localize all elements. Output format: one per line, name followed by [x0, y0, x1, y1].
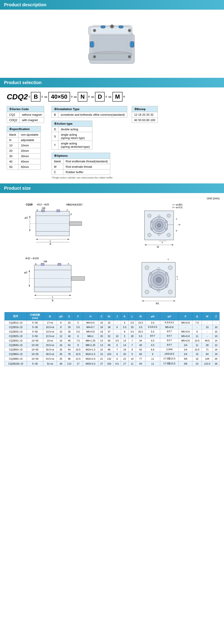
spec-20-desc: 20mm: [18, 148, 41, 154]
action-d-code: D: [52, 127, 58, 132]
model-code-display: CDQ2 ① B ② – 40×50 ③ – N ④ – D ⑤ – M ⑥: [7, 92, 217, 102]
col-c: C: [98, 312, 105, 320]
table-row: CDQ2 with magnet: [7, 118, 44, 123]
cell-K: 14: [121, 343, 129, 347]
cell-H: M5×0.8: [83, 330, 98, 334]
svg-marker-136: [142, 300, 144, 302]
cell-t1: 132: [105, 356, 113, 361]
series-code-cdq2: CDQ2: [7, 118, 20, 123]
svg-text:B: B: [52, 299, 53, 302]
cell-P: -: [179, 325, 192, 330]
cell-B: 18.5+st: [43, 325, 57, 330]
cell-O: 9⑦7: [160, 330, 179, 334]
table-row: D double acting: [52, 127, 92, 132]
cell-P: 3/8: [179, 356, 192, 361]
svg-text:Z: Z: [177, 276, 178, 278]
install-b-code: B: [52, 112, 58, 118]
cell-C: 27: [98, 361, 105, 366]
cell-P: 1/4: [179, 347, 192, 352]
diagram-small-side: CQ2B Φ12～Φ25 H螺纹有效深度C 2-P 口径 φ D: [23, 202, 95, 252]
cell-t1: 86: [105, 347, 113, 352]
specification-table: ④specification blank non-ajustable N adj…: [7, 126, 41, 170]
cell-C: 16: [98, 320, 105, 325]
svg-rect-42: [57, 210, 60, 212]
cell-E: 25: [65, 320, 73, 325]
cell-P: M5×0.8: [179, 334, 192, 338]
cell-L: 3.5: [128, 320, 136, 325]
cell-N: 6.5③3.5: [145, 325, 160, 330]
table-row: 30 30mm: [7, 154, 41, 159]
cell-F: 10.5: [73, 352, 83, 356]
spec-blank-code: blank: [7, 132, 18, 138]
table-row: blank non-ajustable: [7, 132, 41, 138]
svg-marker-54: [68, 238, 69, 240]
svg-rect-41: [41, 210, 45, 212]
model-box-d: D: [95, 92, 105, 102]
col-z: Z: [213, 312, 220, 320]
cell-N: 11: [145, 361, 160, 366]
dash-1: –: [44, 93, 48, 100]
cell-Q: 16: [193, 356, 202, 361]
table-row: B screwhole and bothends ofthe common(st…: [52, 112, 127, 118]
cell-O: 14⑩10.5: [160, 352, 179, 356]
svg-text:Q: Q: [36, 209, 38, 211]
installation-type-title: ②Installation Type: [52, 106, 127, 112]
svg-text:8 × φO沉孔: 8 × φO沉孔: [173, 206, 183, 208]
cell-M: 3.5: [136, 325, 145, 330]
cell-W: 28: [202, 343, 213, 347]
cell-C: 18: [98, 325, 105, 330]
cell-N: 9⑦7: [145, 334, 160, 338]
cell-H: M3×0.5: [83, 320, 98, 325]
svg-marker-89: [172, 244, 174, 246]
spec-10-code: 10: [7, 143, 18, 148]
middle-column: ②Installation Type B screwhole and bothe…: [51, 106, 127, 179]
size-table-container: 型号 行程范围(mm) B φD E F H C θ1 J K L M φN φ…: [4, 312, 220, 366]
cell-B: 38.5+st: [43, 352, 57, 356]
cell-D: 8: [57, 320, 65, 325]
installation-type-table: ②Installation Type B screwhole and bothe…: [51, 106, 127, 118]
cell-H: M10×1.5: [83, 352, 98, 356]
svg-text:4 × φN通孔: 4 × φN通孔: [173, 204, 183, 206]
svg-rect-97: [41, 263, 44, 266]
cell-N: 4.5: [145, 343, 160, 347]
cell-M: 77: [136, 356, 145, 361]
cell-C: 15: [98, 347, 105, 352]
table-row: CQ2B63-□D10~5038.5+st207810.5M10×1.51510…: [5, 352, 220, 356]
cell-B: 30.5+st: [43, 347, 57, 352]
cell-O: 6.5③3.5: [160, 320, 179, 325]
options-note: *Single action cylinder can notincrease …: [51, 176, 127, 179]
cell-H: M4×0.7: [83, 325, 98, 330]
col-l: L: [128, 312, 136, 320]
cell-Z: -: [213, 320, 220, 325]
table-row: CQ2B80-□D10~5043.5+st259612.5M16×2.02113…: [5, 356, 220, 361]
options-title: ⑥Options: [52, 153, 110, 159]
cell-K: 22: [121, 356, 129, 361]
action-s-code: S: [52, 132, 58, 141]
cell-model: CQ2B50-□D: [5, 347, 27, 352]
svg-text:F: F: [68, 263, 69, 265]
table-row: N adjustable: [7, 138, 41, 143]
cell-M: 94: [136, 361, 145, 366]
table-row: CQ2B16-□D5~3018.5+st8295.5M4×0.7183863.5…: [5, 325, 220, 330]
cell-K: 5: [121, 334, 129, 338]
svg-text:Z: Z: [176, 218, 177, 220]
cell-H: M6×1: [83, 334, 98, 338]
svg-point-26: [94, 56, 95, 58]
cell-P: M5×0.8: [179, 338, 192, 343]
cell-K: 20: [121, 352, 129, 356]
cell-D: 10: [57, 330, 65, 334]
unit-label: Unit (mm): [4, 197, 220, 200]
col-f: F: [73, 312, 83, 320]
spec-40-code: 40: [7, 159, 18, 164]
cell-L: 20: [128, 325, 136, 330]
table-row: CQ2 without magnet: [7, 112, 44, 118]
diagram-large-side: Φ32～Φ100 2-P 口径 φD Q F: [23, 256, 95, 306]
svg-text:Φ32～Φ100: Φ32～Φ100: [25, 257, 39, 260]
cell-L: 7: [128, 343, 136, 347]
cell-B: 23+st: [43, 338, 57, 343]
cell-M: 40: [136, 343, 145, 347]
table-row: 40 40mm: [7, 159, 41, 164]
action-s-desc: single acting(spring return typr): [58, 132, 92, 141]
cell-J: 6.5: [113, 361, 121, 366]
action-type-title: ⑤Action type: [52, 121, 92, 127]
